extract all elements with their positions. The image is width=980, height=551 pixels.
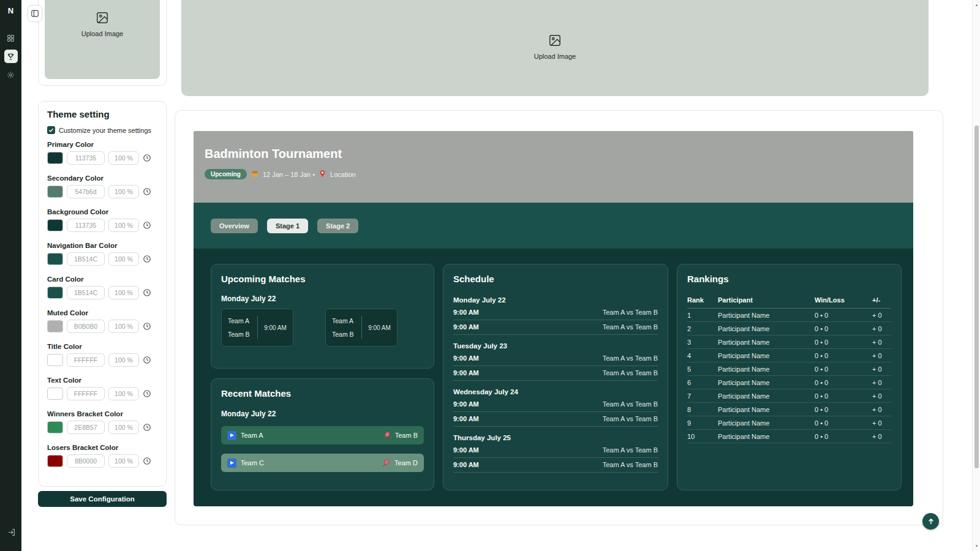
ranking-row: 8 Participant Name 0 • 0 + 0 [687,403,891,416]
match-time: 9:00 AM [258,324,293,331]
color-swatch[interactable] [47,253,63,265]
color-swatch[interactable] [47,219,63,231]
hex-value-input[interactable] [67,454,105,468]
schedule-row: 9:00 AM Team A vs Team B [453,305,658,320]
customize-theme-checkbox[interactable]: Customize your theme settings [47,126,157,134]
save-configuration-button[interactable]: Save Configuration [38,491,167,507]
winloss-value: 0 • 0 [815,365,872,373]
opacity-input[interactable] [108,421,139,434]
upcoming-day-label: Monday July 22 [221,294,424,303]
page-scrollbar[interactable]: ▲ ▼ [972,0,980,551]
ranking-row: 4 Participant Name 0 • 0 + 0 [687,349,891,362]
opacity-input[interactable] [108,320,139,333]
reset-clock-icon[interactable] [143,457,151,465]
color-field-label: Muted Color [47,309,157,317]
scroll-top-button[interactable] [922,513,939,530]
schedule-rows: 9:00 AM Team A vs Team B 9:00 AM Team A … [453,305,658,335]
opacity-input[interactable] [108,219,139,232]
team-name: Team B [228,331,257,338]
color-swatch[interactable] [47,287,63,299]
rank-value: 5 [687,365,718,373]
opacity-input[interactable] [108,252,139,266]
reset-clock-icon[interactable] [143,187,151,196]
theme-settings-card: Theme setting Customize your theme setti… [38,101,167,487]
reset-clock-icon[interactable] [143,221,151,230]
schedule-row: 9:00 AM Team A vs Team B [453,366,658,381]
color-swatch[interactable] [47,152,63,164]
schedule-row: 9:00 AM Team A vs Team B [453,443,658,458]
schedule-day: Thursday July 25 9:00 AM Team A vs Team … [453,434,658,473]
hex-value-input[interactable] [67,421,105,434]
opacity-input[interactable] [108,185,139,198]
recent-match-row[interactable]: Team C Team D [221,454,424,472]
reset-clock-icon[interactable] [143,288,151,297]
hex-value-input[interactable] [67,387,105,400]
hex-value-input[interactable] [67,185,105,198]
reset-clock-icon[interactable] [143,423,151,432]
hex-value-input[interactable] [67,353,105,367]
settings-gear-icon[interactable] [4,68,18,81]
location-label: Location [330,171,356,178]
preview-tab[interactable]: Stage 2 [317,219,358,233]
scrollbar-down-arrow-icon[interactable]: ▼ [973,544,980,548]
reset-clock-icon[interactable] [143,154,151,162]
reset-clock-icon[interactable] [143,356,151,364]
color-swatch[interactable] [47,186,63,198]
schedule-row: 9:00 AM Team A vs Team B [453,458,658,473]
opacity-input[interactable] [108,286,139,299]
reset-clock-icon[interactable] [143,322,151,331]
color-swatch[interactable] [47,320,63,332]
participant-name: Participant Name [718,312,815,319]
schedule-title: Schedule [453,274,658,284]
schedule-row: 9:00 AM Team A vs Team B [453,397,658,412]
logo-upload-dropzone[interactable]: Upload Image [45,0,160,79]
scrollbar-up-arrow-icon[interactable]: ▲ [973,3,980,7]
rankings-header-row: Rank Participant Win/Loss +/- [687,296,891,309]
color-swatch[interactable] [47,421,63,433]
opacity-input[interactable] [108,353,139,367]
preview-tab-bar: Overview Stage 1 Stage 2 [194,203,913,249]
ranking-row: 3 Participant Name 0 • 0 + 0 [687,335,891,349]
dashboard-icon[interactable] [4,31,18,45]
opacity-input[interactable] [108,454,139,468]
preview-tab[interactable]: Overview [211,219,258,233]
schedule-time: 9:00 AM [453,309,479,316]
hex-value-input[interactable] [67,252,105,266]
team-name: Team B [332,331,361,338]
color-field: Winners Bracket Color [47,410,157,434]
color-swatch[interactable] [47,388,63,400]
preview-tab[interactable]: Stage 1 [267,219,308,233]
schedule-match: Team A vs Team B [603,415,658,422]
app-logo[interactable]: N [8,6,13,15]
checkbox-label: Customize your theme settings [59,127,151,134]
banner-upload-dropzone[interactable]: Upload Image [181,0,929,96]
color-field: Title Color [47,343,157,367]
reset-clock-icon[interactable] [143,255,151,263]
match-chip[interactable]: Team A Team B 9:00 AM [325,309,398,347]
logout-icon[interactable] [4,525,18,539]
tournaments-trophy-icon[interactable] [4,50,18,63]
color-swatch[interactable] [47,455,63,467]
upcoming-match-list: Team A Team B 9:00 AM Team A Team B [221,309,424,347]
recent-match-row[interactable]: Team A Team B [221,426,424,444]
tournament-preview-wrapper: Badminton Tournament Upcoming 12 Jan – 1… [175,110,943,525]
opacity-input[interactable] [108,151,139,165]
scrollbar-thumb[interactable] [974,126,979,468]
reset-clock-icon[interactable] [143,389,151,398]
hex-value-input[interactable] [67,286,105,299]
plusminus-value: + 0 [872,352,891,359]
hex-value-input[interactable] [67,219,105,232]
match-chip[interactable]: Team A Team B 9:00 AM [221,309,293,347]
opacity-input[interactable] [108,387,139,400]
sidebar-toggle-button[interactable] [28,5,42,22]
rank-value: 2 [687,325,718,332]
color-swatch[interactable] [47,354,63,366]
schedule-day-label: Thursday July 25 [453,434,658,441]
image-icon [548,34,562,50]
schedule-rows: 9:00 AM Team A vs Team B 9:00 AM Team A … [453,351,658,381]
schedule-row: 9:00 AM Team A vs Team B [453,412,658,427]
recent-matches-card: Recent Matches Monday July 22 Team A [211,378,434,490]
hex-value-input[interactable] [67,320,105,333]
ranking-row: 1 Participant Name 0 • 0 + 0 [687,309,891,322]
hex-value-input[interactable] [67,151,105,165]
